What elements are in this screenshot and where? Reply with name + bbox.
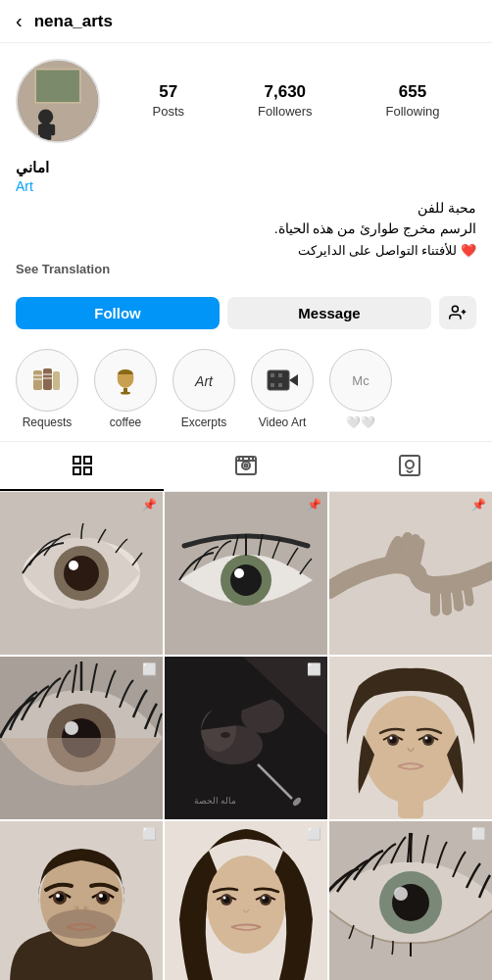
svg-point-88 bbox=[207, 856, 285, 954]
grid-item-3[interactable]: 📌 bbox=[329, 492, 492, 655]
bio-line2: الرسم مخرج طوارئ من هذه الحياة. bbox=[274, 220, 476, 236]
svg-point-98 bbox=[394, 887, 408, 901]
multi-icon-9: ⬜ bbox=[471, 827, 486, 841]
multi-icon-8: ⬜ bbox=[307, 827, 321, 841]
action-buttons: Follow Message bbox=[0, 288, 492, 341]
highlights-container: Requests coffee Art Excerpts bbox=[0, 341, 492, 441]
header: ‹ nena_arts bbox=[0, 0, 492, 43]
multi-icon-4: ⬜ bbox=[142, 662, 157, 676]
grid-item-1[interactable]: 📌 bbox=[0, 492, 163, 655]
bio-section: اماني Art محبة للفن الرسم مخرج طوارئ من … bbox=[0, 155, 492, 288]
highlight-circle-videoart bbox=[251, 349, 314, 412]
pin-icon-2: 📌 bbox=[307, 498, 321, 512]
add-person-button[interactable] bbox=[439, 296, 476, 329]
highlight-circle-coffee bbox=[94, 349, 157, 412]
highlight-label-requests: Requests bbox=[23, 416, 73, 429]
svg-point-74 bbox=[425, 737, 428, 740]
svg-rect-6 bbox=[50, 124, 55, 135]
svg-point-41 bbox=[406, 461, 414, 468]
svg-rect-24 bbox=[271, 383, 274, 387]
tab-reels[interactable] bbox=[164, 442, 327, 491]
posts-stat[interactable]: 57 Posts bbox=[152, 82, 184, 120]
bio-line1: محبة للفن bbox=[418, 200, 476, 216]
svg-text:Mc: Mc bbox=[352, 373, 369, 388]
svg-point-71 bbox=[390, 737, 393, 740]
tab-tagged[interactable] bbox=[328, 442, 492, 491]
posts-count: 57 bbox=[152, 82, 184, 102]
following-label: Following bbox=[386, 104, 440, 119]
svg-point-34 bbox=[244, 465, 247, 467]
highlight-videoart[interactable]: Video Art bbox=[251, 349, 314, 429]
svg-rect-30 bbox=[74, 467, 80, 474]
grid-item-8[interactable]: ⬜ bbox=[165, 821, 327, 980]
follow-button[interactable]: Follow bbox=[16, 297, 220, 329]
svg-rect-29 bbox=[84, 457, 91, 464]
highlight-circle-excerpts: Art bbox=[172, 349, 235, 412]
svg-rect-31 bbox=[84, 467, 91, 474]
highlight-hearts[interactable]: Mc 🤍🤍 bbox=[329, 349, 392, 429]
highlight-label-coffee: coffee bbox=[110, 416, 141, 429]
svg-rect-28 bbox=[74, 457, 80, 464]
see-translation[interactable]: See Translation bbox=[16, 262, 476, 276]
avatar[interactable] bbox=[16, 59, 100, 143]
posts-label: Posts bbox=[152, 104, 184, 119]
highlight-circle-requests bbox=[16, 349, 78, 412]
multi-icon-7: ⬜ bbox=[142, 827, 157, 841]
grid-item-2[interactable]: 📌 bbox=[165, 492, 327, 655]
svg-point-91 bbox=[223, 897, 226, 900]
highlight-label-hearts: 🤍🤍 bbox=[346, 416, 375, 429]
svg-text:ماله الحصة: ماله الحصة bbox=[194, 796, 236, 806]
followers-count: 7,630 bbox=[258, 82, 313, 102]
svg-point-49 bbox=[230, 564, 262, 596]
highlight-label-excerpts: Excerpts bbox=[181, 416, 227, 429]
svg-rect-12 bbox=[53, 371, 60, 390]
tab-grid[interactable] bbox=[0, 442, 164, 491]
grid-item-6[interactable] bbox=[329, 657, 492, 819]
svg-text:Art: Art bbox=[194, 373, 214, 389]
grid-item-7[interactable]: ⬜ bbox=[0, 821, 163, 980]
highlight-coffee[interactable]: coffee bbox=[94, 349, 157, 429]
svg-point-94 bbox=[263, 897, 266, 900]
image-grid: 📌 📌 bbox=[0, 492, 492, 980]
profile-top: 57 Posts 7,630 Followers 655 Following bbox=[0, 43, 492, 155]
svg-point-86 bbox=[83, 906, 89, 909]
svg-rect-23 bbox=[271, 373, 274, 377]
svg-point-85 bbox=[74, 906, 79, 909]
header-username: nena_arts bbox=[34, 12, 113, 31]
message-button[interactable]: Message bbox=[227, 297, 431, 329]
bio-category[interactable]: Art bbox=[16, 178, 476, 194]
svg-rect-5 bbox=[38, 124, 43, 135]
svg-point-50 bbox=[234, 568, 244, 578]
highlight-requests[interactable]: Requests bbox=[16, 349, 78, 429]
bio-contact: ❤️ للأفتناء التواصل على الدايركت bbox=[16, 243, 476, 258]
svg-point-84 bbox=[99, 894, 103, 898]
svg-rect-11 bbox=[43, 368, 52, 390]
pin-icon-3: 📌 bbox=[471, 498, 486, 512]
svg-rect-2 bbox=[36, 71, 79, 102]
followers-stat[interactable]: 7,630 Followers bbox=[258, 82, 313, 120]
bio-text: محبة للفن الرسم مخرج طوارئ من هذه الحياة… bbox=[16, 198, 476, 239]
svg-point-45 bbox=[64, 556, 99, 591]
grid-item-9[interactable]: ⬜ bbox=[329, 821, 492, 980]
svg-rect-10 bbox=[33, 370, 42, 390]
svg-point-55 bbox=[65, 721, 78, 735]
pin-icon-1: 📌 bbox=[142, 498, 157, 512]
highlight-excerpts[interactable]: Art Excerpts bbox=[172, 349, 235, 429]
svg-point-7 bbox=[452, 306, 458, 312]
svg-point-81 bbox=[56, 894, 60, 898]
bio-name: اماني bbox=[16, 159, 476, 176]
svg-point-68 bbox=[364, 696, 458, 804]
grid-item-5[interactable]: ماله الحصة ⬜ bbox=[165, 657, 327, 819]
multi-icon-5: ⬜ bbox=[307, 662, 321, 676]
followers-label: Followers bbox=[258, 104, 313, 119]
svg-rect-26 bbox=[278, 383, 282, 387]
highlight-label-videoart: Video Art bbox=[259, 416, 306, 429]
grid-item-4[interactable]: ⬜ bbox=[0, 657, 163, 819]
following-stat[interactable]: 655 Following bbox=[386, 82, 440, 120]
svg-point-33 bbox=[242, 462, 250, 469]
svg-point-3 bbox=[38, 110, 53, 124]
svg-point-46 bbox=[69, 561, 78, 570]
back-button[interactable]: ‹ bbox=[16, 10, 23, 32]
highlight-circle-hearts: Mc bbox=[329, 349, 392, 412]
tab-bar bbox=[0, 441, 492, 492]
